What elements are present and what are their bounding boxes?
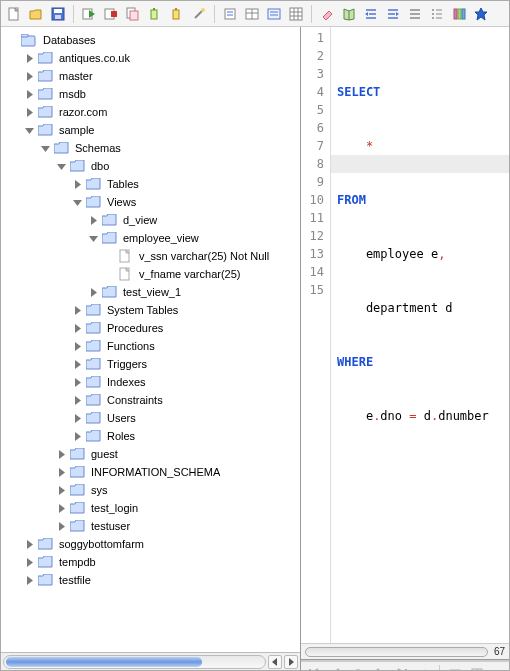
indent-right-icon[interactable]	[384, 5, 402, 23]
copy-result-icon[interactable]	[124, 5, 142, 23]
expand-icon[interactable]	[87, 286, 99, 298]
dbo-roles[interactable]: Roles	[71, 427, 300, 445]
schema-guest[interactable]: guest	[55, 445, 300, 463]
db-msdb[interactable]: msdb	[23, 85, 300, 103]
book-icon[interactable]	[340, 5, 358, 23]
tree-hscroll[interactable]	[1, 652, 300, 670]
dbo-tables[interactable]: Tables	[71, 175, 300, 193]
collapse-icon[interactable]	[71, 196, 83, 208]
expand-icon[interactable]	[23, 88, 35, 100]
collapse-icon[interactable]	[39, 142, 51, 154]
grid-icon[interactable]	[287, 5, 305, 23]
collapse-icon[interactable]	[55, 160, 67, 172]
db-soggybottomfarm[interactable]: soggybottomfarm	[23, 535, 300, 553]
expand-icon[interactable]	[71, 412, 83, 424]
dbo-triggers[interactable]: Triggers	[71, 355, 300, 373]
query-icon[interactable]	[221, 5, 239, 23]
grid2-icon[interactable]	[468, 665, 486, 671]
expand-icon[interactable]	[55, 484, 67, 496]
list-icon[interactable]	[428, 5, 446, 23]
col-v-fname[interactable]: v_fname varchar(25)	[103, 265, 300, 283]
editor-hscroll[interactable]: 67	[301, 643, 509, 659]
db-master[interactable]: master	[23, 67, 300, 85]
view-test-view-1[interactable]: test_view_1	[87, 283, 300, 301]
expand-icon[interactable]	[55, 502, 67, 514]
eraser-icon[interactable]	[318, 5, 336, 23]
scrollbar-thumb[interactable]	[6, 657, 202, 667]
battery2-icon[interactable]	[168, 5, 186, 23]
save-icon[interactable]	[49, 5, 67, 23]
battery-icon[interactable]	[146, 5, 164, 23]
expand-icon[interactable]	[23, 574, 35, 586]
view-d-view[interactable]: d_view	[87, 211, 300, 229]
folder-icon	[37, 51, 53, 65]
columns-icon[interactable]	[450, 5, 468, 23]
stop-icon[interactable]	[102, 5, 120, 23]
expand-icon[interactable]	[55, 520, 67, 532]
db-razor[interactable]: razor.com	[23, 103, 300, 121]
goto-icon[interactable]	[415, 665, 433, 671]
align-icon[interactable]	[406, 5, 424, 23]
expand-icon[interactable]	[71, 178, 83, 190]
open-icon[interactable]	[27, 5, 45, 23]
expand-icon[interactable]	[87, 214, 99, 226]
expand-icon[interactable]	[71, 394, 83, 406]
db-sample[interactable]: sample	[23, 121, 300, 139]
col-v-ssn[interactable]: v_ssn varchar(25) Not Null	[103, 247, 300, 265]
dbo-indexes[interactable]: Indexes	[71, 373, 300, 391]
expand-icon[interactable]	[23, 556, 35, 568]
expand-icon[interactable]	[71, 340, 83, 352]
expand-icon[interactable]	[71, 322, 83, 334]
table-icon[interactable]	[243, 5, 261, 23]
dbo-views[interactable]: Views	[71, 193, 300, 211]
tree-root-databases[interactable]: Databases	[7, 31, 300, 49]
expand-icon[interactable]	[71, 304, 83, 316]
db-testfile[interactable]: testfile	[23, 571, 300, 589]
folder-icon	[37, 537, 53, 551]
scrollbar-track[interactable]	[3, 655, 266, 669]
db-tree[interactable]: Databases antiques.co.uk master msdb raz…	[1, 27, 300, 652]
scroll-left-icon[interactable]	[268, 655, 282, 669]
first-icon[interactable]	[305, 665, 323, 671]
scrollbar-track[interactable]	[305, 647, 488, 657]
collapse-icon[interactable]	[87, 232, 99, 244]
run-sql-icon[interactable]	[80, 5, 98, 23]
schema-testuser[interactable]: testuser	[55, 517, 300, 535]
expand-icon[interactable]	[23, 106, 35, 118]
expand-icon[interactable]	[23, 70, 35, 82]
last-icon[interactable]	[393, 665, 411, 671]
code-area[interactable]: 123456789101112131415 SELECT * FROM empl…	[301, 27, 509, 643]
refresh-icon[interactable]	[349, 665, 367, 671]
scroll-right-icon[interactable]	[284, 655, 298, 669]
next-icon[interactable]	[371, 665, 389, 671]
dbo-functions[interactable]: Functions	[71, 337, 300, 355]
dbo-system-tables[interactable]: System Tables	[71, 301, 300, 319]
prev-icon[interactable]	[327, 665, 345, 671]
db-tempdb[interactable]: tempdb	[23, 553, 300, 571]
collapse-icon[interactable]	[23, 124, 35, 136]
dbo-users[interactable]: Users	[71, 409, 300, 427]
schema-information-schema[interactable]: INFORMATION_SCHEMA	[55, 463, 300, 481]
schema-test-login[interactable]: test_login	[55, 499, 300, 517]
schemas-node[interactable]: Schemas	[39, 139, 300, 157]
expand-icon[interactable]	[23, 52, 35, 64]
view-employee-view[interactable]: employee_view	[87, 229, 300, 247]
code-source[interactable]: SELECT * FROM employee e, department d W…	[331, 27, 509, 643]
expand-icon[interactable]	[71, 430, 83, 442]
export-icon[interactable]	[446, 665, 464, 671]
star-icon[interactable]	[472, 5, 490, 23]
dbo-constraints[interactable]: Constraints	[71, 391, 300, 409]
schema-dbo[interactable]: dbo	[55, 157, 300, 175]
wand-icon[interactable]	[190, 5, 208, 23]
expand-icon[interactable]	[23, 538, 35, 550]
expand-icon[interactable]	[55, 448, 67, 460]
expand-icon[interactable]	[71, 358, 83, 370]
expand-icon[interactable]	[71, 376, 83, 388]
schema-sys[interactable]: sys	[55, 481, 300, 499]
db-antiques[interactable]: antiques.co.uk	[23, 49, 300, 67]
new-file-icon[interactable]	[5, 5, 23, 23]
dbo-procedures[interactable]: Procedures	[71, 319, 300, 337]
indent-left-icon[interactable]	[362, 5, 380, 23]
expand-icon[interactable]	[55, 466, 67, 478]
form-icon[interactable]	[265, 5, 283, 23]
